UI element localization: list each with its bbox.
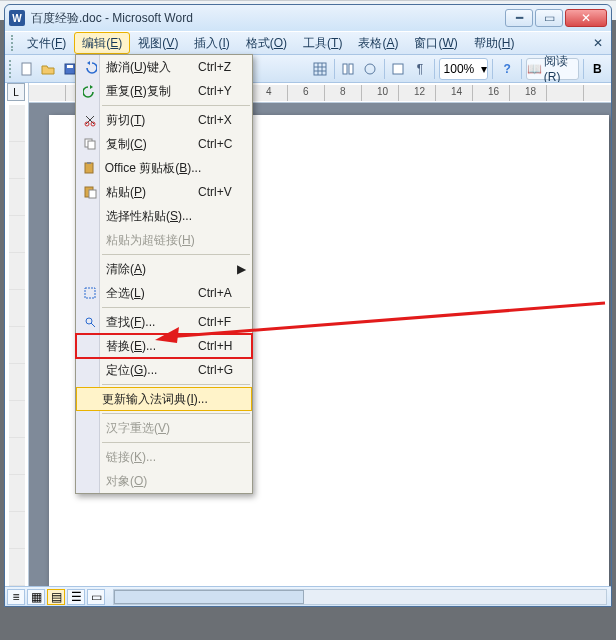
menu-item: 链接(K)... (76, 445, 252, 469)
menu-item-label: 链接(K)... (100, 449, 198, 466)
menu-item-label: 复制(C) (100, 136, 198, 153)
zoom-combo[interactable]: 100%▾ (439, 58, 489, 80)
submenu-arrow-icon: ▶ (237, 262, 246, 276)
menu-t[interactable]: 工具(T) (295, 32, 350, 54)
menu-item: 对象(O) (76, 469, 252, 493)
menu-item-shortcut: Ctrl+V (198, 185, 252, 199)
menu-w[interactable]: 窗口(W) (406, 32, 465, 54)
menu-item-label: 更新输入法词典(I)... (96, 391, 207, 408)
open-button[interactable] (38, 58, 58, 80)
web-view-button[interactable]: ▦ (27, 589, 45, 605)
svg-rect-17 (87, 162, 91, 164)
svg-rect-2 (67, 65, 73, 68)
table-button[interactable] (310, 58, 330, 80)
menu-o[interactable]: 格式(O) (238, 32, 295, 54)
menu-item[interactable]: 查找(F)...Ctrl+F (76, 310, 252, 334)
menu-item[interactable]: 清除(A)▶ (76, 257, 252, 281)
menu-i[interactable]: 插入(I) (186, 32, 237, 54)
menu-item-label: 粘贴为超链接(H) (100, 232, 198, 249)
outline-view-button[interactable]: ☰ (67, 589, 85, 605)
menu-item[interactable]: 定位(G)...Ctrl+G (76, 358, 252, 382)
toolbar-grip[interactable] (9, 60, 13, 78)
cut-icon (80, 110, 100, 130)
horizontal-scrollbar[interactable] (113, 589, 607, 605)
minimize-button[interactable]: ━ (505, 9, 533, 27)
menu-item[interactable]: 重复(R)复制Ctrl+Y (76, 79, 252, 103)
menu-separator (102, 254, 250, 255)
menu-item-label: 粘贴(P) (100, 184, 198, 201)
blank-icon (80, 389, 96, 409)
menu-separator (102, 442, 250, 443)
menu-separator (102, 307, 250, 308)
menu-item-label: 查找(F)... (100, 314, 198, 331)
bold-button[interactable]: B (588, 58, 608, 80)
menu-item[interactable]: 替换(E)...Ctrl+H (76, 334, 252, 358)
show-marks-button[interactable]: ¶ (410, 58, 430, 80)
menu-item[interactable]: Office 剪贴板(B)... (76, 156, 252, 180)
close-button[interactable]: ✕ (565, 9, 607, 27)
new-doc-button[interactable] (17, 58, 37, 80)
menu-item-label: 定位(G)... (100, 362, 198, 379)
menu-item-label: 清除(A) (100, 261, 198, 278)
menu-a[interactable]: 表格(A) (350, 32, 406, 54)
copy-icon (80, 134, 100, 154)
tab-selector[interactable]: L (7, 83, 25, 101)
print-view-button[interactable]: ▤ (47, 589, 65, 605)
svg-rect-0 (22, 63, 31, 75)
svg-rect-8 (343, 64, 347, 74)
menu-item[interactable]: 更新输入法词典(I)... (76, 387, 252, 411)
columns-button[interactable] (339, 58, 359, 80)
menu-item-shortcut: Ctrl+G (198, 363, 252, 377)
menu-separator (102, 105, 250, 106)
view-bar: ≡ ▦ ▤ ☰ ▭ (5, 586, 611, 606)
maximize-button[interactable]: ▭ (535, 9, 563, 27)
doc-map-button[interactable] (389, 58, 409, 80)
menu-item: 粘贴为超链接(H) (76, 228, 252, 252)
menu-item-label: 撤消(U)键入 (100, 59, 198, 76)
blank-icon (80, 360, 100, 380)
menu-separator (102, 413, 250, 414)
find-icon (80, 312, 100, 332)
svg-rect-7 (314, 63, 326, 75)
menu-item-shortcut: Ctrl+Y (198, 84, 252, 98)
menu-item[interactable]: 选择性粘贴(S)... (76, 204, 252, 228)
normal-view-button[interactable]: ≡ (7, 589, 25, 605)
clipboard-icon (80, 158, 99, 178)
menu-item[interactable]: 剪切(T)Ctrl+X (76, 108, 252, 132)
select-all-icon (80, 283, 100, 303)
menu-h[interactable]: 帮助(H) (466, 32, 523, 54)
blank-icon (80, 230, 100, 250)
blank-icon (80, 471, 100, 491)
help-button[interactable]: ? (497, 58, 517, 80)
reading-view-button[interactable]: 📖 阅读(R) (526, 58, 579, 80)
titlebar: W 百度经验.doc - Microsoft Word ━ ▭ ✕ (5, 5, 611, 31)
drawing-button[interactable] (360, 58, 380, 80)
blank-icon (80, 206, 100, 226)
toolbar-grip[interactable] (11, 35, 15, 51)
undo-icon (80, 57, 100, 77)
svg-rect-19 (89, 190, 96, 198)
paste-icon (80, 182, 100, 202)
menu-f[interactable]: 文件(F) (19, 32, 74, 54)
svg-rect-15 (88, 141, 95, 149)
menu-v[interactable]: 视图(V) (130, 32, 186, 54)
menu-item[interactable]: 全选(L)Ctrl+A (76, 281, 252, 305)
menu-item-shortcut: Ctrl+X (198, 113, 252, 127)
svg-rect-20 (85, 288, 95, 298)
reading-layout-button[interactable]: ▭ (87, 589, 105, 605)
menu-item: 汉字重选(V) (76, 416, 252, 440)
svg-rect-9 (349, 64, 353, 74)
menu-item[interactable]: 复制(C)Ctrl+C (76, 132, 252, 156)
menubar: 文件(F)编辑(E)视图(V)插入(I)格式(O)工具(T)表格(A)窗口(W)… (5, 31, 611, 55)
menu-item[interactable]: 粘贴(P)Ctrl+V (76, 180, 252, 204)
menu-item-label: 对象(O) (100, 473, 198, 490)
menu-e[interactable]: 编辑(E) (74, 32, 130, 54)
close-document-button[interactable]: ✕ (589, 35, 607, 51)
svg-rect-11 (393, 64, 403, 74)
menu-item[interactable]: 撤消(U)键入Ctrl+Z (76, 55, 252, 79)
redo-icon (80, 81, 100, 101)
blank-icon (80, 447, 100, 467)
blank-icon (80, 418, 100, 438)
menu-item-shortcut: Ctrl+Z (198, 60, 252, 74)
menu-item-label: 替换(E)... (100, 338, 198, 355)
